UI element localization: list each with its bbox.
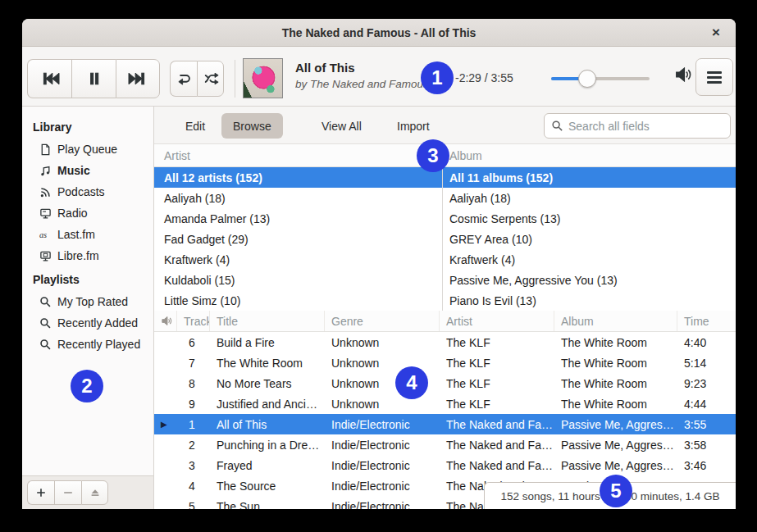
title-column-header[interactable]: Title — [210, 311, 325, 331]
search-input[interactable] — [568, 120, 723, 133]
genre-column-header[interactable]: Genre — [325, 311, 440, 331]
artist-column-header[interactable]: Artist — [154, 144, 443, 166]
time-cell: 4:40 — [677, 332, 736, 352]
volume-slider-handle[interactable] — [578, 70, 596, 88]
browser-row[interactable]: Aaliyah (18) — [443, 188, 736, 208]
sidebar-item-recently-added[interactable]: Recently Added — [22, 312, 153, 334]
table-row[interactable]: 6Build a FireUnknownThe KLFThe White Roo… — [154, 332, 736, 352]
browser-row[interactable]: Cosmic Serpents (13) — [443, 208, 736, 229]
playing-cell — [154, 475, 177, 496]
sidebar-item-recently-played[interactable]: Recently Played — [22, 334, 153, 355]
rhythmbox-window: The Naked and Famous - All of This × — [22, 19, 736, 509]
table-row[interactable]: 9Justified and Anci…UnknownThe KLFThe Wh… — [154, 393, 736, 414]
table-row[interactable]: 2Punching in a Dre…Indie/ElectronicThe N… — [154, 434, 736, 455]
table-row[interactable]: ▶1All of ThisIndie/ElectronicThe Naked a… — [154, 414, 736, 434]
plus-button[interactable] — [27, 480, 54, 505]
playing-column-header[interactable] — [154, 311, 177, 331]
browser-row[interactable]: Kuldaboli (15) — [154, 270, 442, 290]
source-list: LibraryPlay QueueMusicPodcastsRadioasLas… — [22, 107, 153, 355]
album-cell: The White Room — [554, 332, 677, 352]
title-cell: Justified and Anci… — [210, 393, 325, 414]
table-row[interactable]: 7The White RoomUnknownThe KLFThe White R… — [154, 352, 736, 373]
sidebar-item-libre-fm[interactable]: Libre.fm — [22, 245, 153, 266]
track-column-header[interactable]: Track — [177, 311, 210, 331]
album-column-header2[interactable]: Album — [554, 311, 677, 331]
sidebar-item-radio[interactable]: Radio — [22, 202, 153, 224]
track-cell: 7 — [177, 352, 210, 373]
volume-slider[interactable] — [551, 77, 650, 80]
sidebar-item-music[interactable]: Music — [22, 160, 153, 181]
album-cell: Passive Me, Aggres… — [554, 414, 677, 434]
nav-button-browse[interactable]: Browse — [221, 113, 283, 139]
browser-row[interactable]: Kraftwerk (4) — [154, 249, 442, 270]
sidebar-bottom-toolbar — [22, 475, 153, 509]
menu-button[interactable] — [695, 58, 733, 96]
table-row[interactable]: 8No More TearsUnknownThe KLFThe White Ro… — [154, 373, 736, 393]
title-cell: The Source — [210, 475, 325, 496]
time-column-header[interactable]: Time — [677, 311, 736, 331]
title-cell: The White Room — [210, 352, 325, 373]
playing-cell — [154, 434, 177, 455]
artist-cell: The KLF — [440, 352, 554, 373]
speaker-icon[interactable] — [674, 66, 692, 84]
track-cell: 2 — [177, 434, 210, 455]
genre-cell: Unknown — [325, 332, 440, 352]
nav-button-view-all[interactable]: View All — [310, 113, 373, 139]
browser-row[interactable]: All 12 artists (152) — [154, 167, 442, 188]
previous-button[interactable] — [27, 59, 71, 98]
hamburger-icon — [707, 71, 722, 84]
table-row[interactable]: 3FrayedIndie/ElectronicThe Naked and Fa…… — [154, 455, 736, 475]
artist-cell: The KLF — [440, 393, 554, 414]
sidebar-item-play-queue[interactable]: Play Queue — [22, 139, 153, 160]
annotation-circle-3: 3 — [417, 139, 449, 172]
eject-button[interactable] — [81, 480, 108, 505]
close-button[interactable]: × — [705, 21, 727, 44]
track-cell: 3 — [177, 455, 210, 475]
nav-button-edit[interactable]: Edit — [174, 113, 217, 139]
sidebar-item-label: Recently Played — [57, 338, 140, 351]
artist-column-header2[interactable]: Artist — [440, 311, 554, 331]
browser-row[interactable]: Fad Gadget (29) — [154, 229, 442, 249]
browser-row[interactable]: Piano Is Evil (13) — [443, 290, 736, 311]
playing-cell — [154, 373, 177, 393]
album-cell: The White Room — [554, 373, 677, 393]
browser-row[interactable]: Little Simz (10) — [154, 290, 442, 311]
previous-icon — [40, 69, 60, 89]
eject-icon — [89, 487, 101, 498]
genre-cell: Indie/Electronic — [325, 496, 440, 509]
time-cell: 3:55 — [677, 414, 736, 434]
window-body: LibraryPlay QueueMusicPodcastsRadioasLas… — [22, 107, 736, 509]
playing-cell — [154, 393, 177, 414]
shuffle-icon — [203, 70, 219, 87]
browser-row[interactable]: Passive Me, Aggressive You (13) — [443, 270, 736, 290]
pause-button[interactable] — [71, 59, 116, 98]
search-icon — [551, 120, 563, 132]
sidebar-item-label: Play Queue — [57, 143, 117, 156]
time-display: -2:29 / 3:55 — [455, 71, 537, 84]
repeat-button[interactable] — [170, 61, 197, 97]
browser-row[interactable]: Aaliyah (18) — [154, 188, 442, 208]
browser-row[interactable]: GREY Area (10) — [443, 229, 736, 249]
minus-button[interactable] — [54, 480, 81, 505]
nav-button-import[interactable]: Import — [385, 113, 441, 139]
browser-row[interactable]: All 11 albums (152) — [443, 167, 736, 188]
browser-row[interactable]: Kraftwerk (4) — [443, 249, 736, 270]
browser-row[interactable]: Amanda Palmer (13) — [154, 208, 442, 229]
track-list-header: Track Title Genre Artist Album Time — [154, 311, 736, 332]
sidebar-item-my-top-rated[interactable]: My Top Rated — [22, 291, 153, 312]
shuffle-button[interactable] — [197, 61, 224, 97]
track-cell: 6 — [177, 332, 210, 352]
sidebar-item-last-fm[interactable]: asLast.fm — [22, 224, 153, 245]
music-note-icon — [39, 164, 52, 177]
lastfm-icon: as — [39, 228, 52, 241]
search-box[interactable] — [544, 113, 731, 139]
next-button[interactable] — [116, 59, 160, 98]
sidebar-item-podcasts[interactable]: Podcasts — [22, 181, 153, 202]
genre-cell: Indie/Electronic — [325, 455, 440, 475]
time-cell: 4:44 — [677, 393, 736, 414]
time-cell: 5:14 — [677, 352, 736, 373]
sidebar-item-label: Radio — [57, 207, 88, 220]
titlebar[interactable]: The Naked and Famous - All of This × — [22, 19, 736, 47]
artist-browser-pane: All 12 artists (152)Aaliyah (18)Amanda P… — [154, 167, 443, 311]
time-cell: 9:23 — [677, 373, 736, 393]
